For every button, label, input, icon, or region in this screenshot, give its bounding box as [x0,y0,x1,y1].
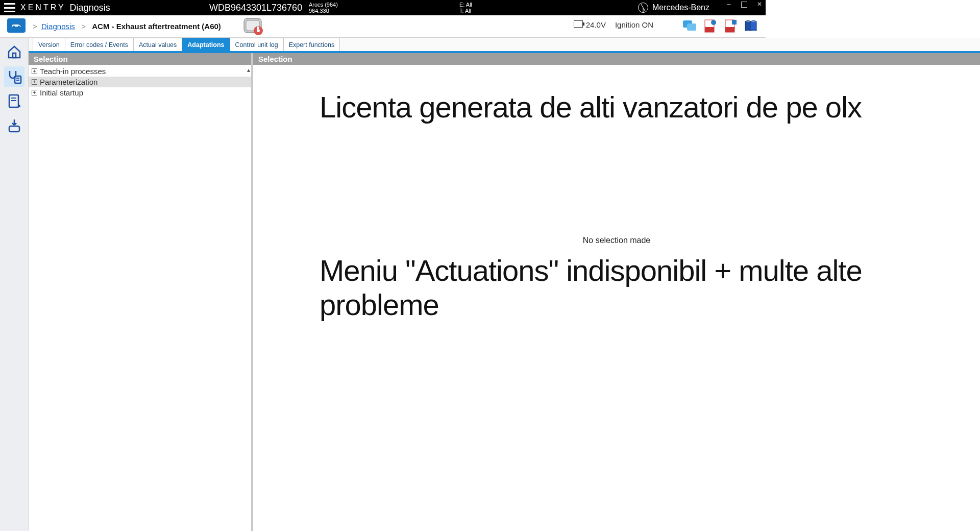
vehicle-model: Arocs (964) [309,2,338,8]
tree-item-label: Teach-in processes [40,67,106,76]
expand-plus-icon[interactable]: + [32,79,37,85]
e-info: E: All [459,2,472,8]
right-pane-header: Selection [253,53,766,65]
hamburger-menu-icon[interactable] [4,3,15,12]
breadcrumb-current: ACM - Exhaust aftertreatment (A60) [92,22,221,31]
svg-rect-10 [725,27,734,32]
t-info: T: All [459,8,472,14]
minimize-icon[interactable] [726,2,732,8]
tab-error-codes-events[interactable]: Error codes / Events [65,38,134,51]
breadcrumb: > Diagnosis > ACM - Exhaust aftertreatme… [31,22,221,31]
vehicle-type: 964.330 [309,8,338,14]
close-icon[interactable] [756,2,763,8]
selection-tree: +Teach-in processes+Parameterization+Ini… [29,65,251,99]
status-readout: 24.0V Ignition ON [574,20,653,29]
tree-item-label: Initial startup [40,88,83,97]
split-panes: Selection +Teach-in processes+Parameteri… [29,53,766,415]
vin-number: WDB9643301L736760 [209,3,302,13]
overlay-text-bottom: Meniu "Actuations" indisponibil + multe … [320,254,766,322]
nav-diagnosis-icon[interactable] [4,66,24,87]
battery-status: 24.0V [574,20,606,29]
svg-rect-12 [13,53,16,58]
equip-info: E: All T: All [459,2,472,14]
nav-report-icon[interactable] [4,91,24,111]
maximize-icon[interactable] [741,2,747,8]
right-pane-body: Licenta generata de alti vanzatori de pe… [253,65,766,415]
tab-control-unit-log[interactable]: Control unit log [230,38,284,51]
svg-rect-7 [705,27,714,32]
voltage-value: 24.0V [586,20,606,29]
app-brand: XENTRY [20,3,66,12]
svg-rect-19 [9,126,19,132]
obd-multiplexer-icon [240,16,265,37]
brand-name: Mercedes-Benz [652,3,709,12]
svg-point-8 [711,20,716,25]
left-nav-rail [0,38,29,415]
ignition-status: Ignition ON [615,20,653,29]
vehicle-info: Arocs (964) 964.330 [309,2,338,14]
mercedes-star-icon [638,3,648,13]
nav-home-icon[interactable] [4,42,24,62]
scroll-up-icon[interactable]: ▴ [247,66,250,74]
breadcrumb-link-diagnosis[interactable]: Diagnosis [41,22,75,31]
right-detail-pane: Selection Licenta generata de alti vanza… [253,53,766,415]
toolbar-row: > Diagnosis > ACM - Exhaust aftertreatme… [0,15,766,38]
tab-strip: VersionError codes / EventsActual values… [29,38,766,53]
svg-rect-11 [732,20,737,25]
expand-plus-icon[interactable]: + [32,68,37,74]
tree-item-parameterization[interactable]: +Parameterization [29,77,251,87]
expand-plus-icon[interactable]: + [32,90,37,95]
no-selection-message: No selection made [253,236,766,245]
vehicle-badge-icon[interactable] [7,18,26,33]
app-subtitle: Diagnosis [70,3,110,13]
title-bar: XENTRY Diagnosis WDB9643301L736760 Arocs… [0,0,766,15]
content-area: VersionError codes / EventsActual values… [29,38,766,415]
book-help-icon[interactable] [743,18,758,34]
pdf-export-icon[interactable] [702,18,718,34]
tree-item-initial-startup[interactable]: +Initial startup [29,87,251,98]
breadcrumb-sep: > [33,22,37,31]
tab-expert-functions[interactable]: Expert functions [284,38,340,51]
window-controls [726,0,763,8]
tab-version[interactable]: Version [33,38,65,51]
left-selection-pane: Selection +Teach-in processes+Parameteri… [29,53,253,415]
overlay-text-top: Licenta generata de alti vanzatori de pe… [320,90,766,125]
tree-item-label: Parameterization [40,78,97,86]
tab-actual-values[interactable]: Actual values [134,38,182,51]
battery-icon [574,20,583,28]
breadcrumb-sep: > [79,22,88,31]
left-pane-header: Selection [29,53,251,65]
svg-rect-5 [687,23,696,31]
pdf-report-icon[interactable] [723,18,738,34]
toolbar-icons [682,18,758,34]
svg-rect-3 [257,27,259,30]
nav-download-icon[interactable] [4,115,24,136]
tab-adaptations[interactable]: Adaptations [182,38,230,51]
brand-logo-area: Mercedes-Benz [638,3,709,13]
tree-item-teach-in-processes[interactable]: +Teach-in processes [29,66,251,77]
chat-icon[interactable] [682,18,697,34]
